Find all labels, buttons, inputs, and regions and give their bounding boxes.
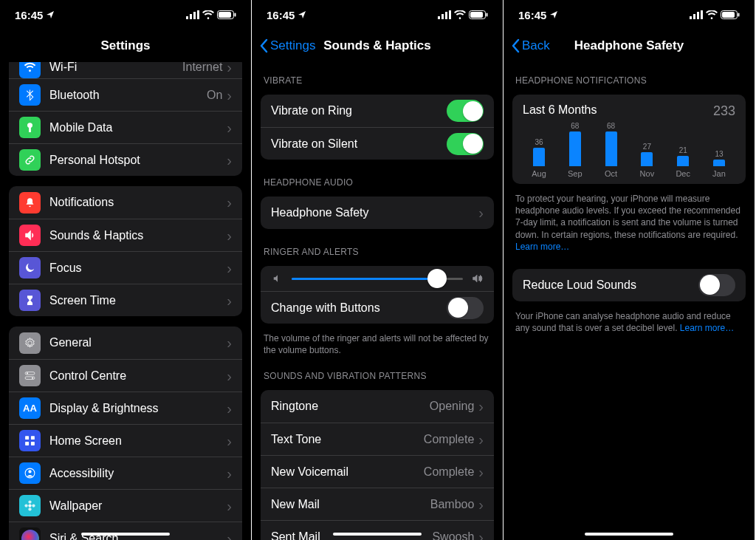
notifications-row[interactable]: Notifications › xyxy=(9,186,242,219)
nav-bar: Settings Sounds & Haptics xyxy=(252,30,503,62)
row-label: Reduce Loud Sounds xyxy=(523,278,698,292)
home-screen-row[interactable]: Home Screen › xyxy=(9,424,242,457)
learn-more-link[interactable]: Learn more… xyxy=(515,242,569,252)
row-label: Sounds & Haptics xyxy=(49,229,227,242)
learn-more-link[interactable]: Learn more… xyxy=(680,323,734,333)
mobile-data-row[interactable]: Mobile Data › xyxy=(9,111,242,143)
vibrate-on-ring-row[interactable]: Vibrate on Ring xyxy=(261,95,494,127)
chart-bar xyxy=(533,148,545,166)
accessibility-row[interactable]: Accessibility › xyxy=(9,457,242,489)
section-header-notifications: HEADPHONE NOTIFICATIONS xyxy=(504,62,755,90)
row-label: Headphone Safety xyxy=(271,206,478,219)
flower-icon xyxy=(19,495,41,516)
svg-point-18 xyxy=(28,500,31,503)
hotspot-row[interactable]: Personal Hotspot › xyxy=(9,143,242,176)
reduce-footer: Your iPhone can analyse headphone audio … xyxy=(504,306,755,335)
chevron-right-icon: › xyxy=(227,62,232,75)
svg-rect-25 xyxy=(438,16,440,19)
row-detail: On xyxy=(207,89,222,102)
row-detail: Complete xyxy=(424,465,474,479)
sound-pattern-row[interactable]: Text Tone Complete › xyxy=(261,423,494,455)
location-icon xyxy=(298,10,306,19)
chevron-right-icon: › xyxy=(227,88,232,103)
chevron-right-icon: › xyxy=(227,434,232,448)
home-indicator[interactable] xyxy=(585,533,673,536)
control-centre-row[interactable]: Control Centre › xyxy=(9,359,242,392)
general-row[interactable]: General › xyxy=(9,327,242,359)
back-label: Settings xyxy=(270,38,315,53)
screentime-row[interactable]: Screen Time › xyxy=(9,284,242,316)
svg-rect-33 xyxy=(693,14,695,19)
svg-point-20 xyxy=(24,504,27,507)
reduce-loud-sounds-row[interactable]: Reduce Loud Sounds xyxy=(512,269,746,301)
display-row[interactable]: AA Display & Brightness › xyxy=(9,392,242,424)
bell-icon xyxy=(19,192,41,213)
vibrate-silent-toggle[interactable] xyxy=(447,133,484,155)
page-title: Headphone Safety xyxy=(574,38,684,53)
row-label: Personal Hotspot xyxy=(49,154,227,167)
section-header-ringer: RINGER AND ALERTS xyxy=(252,233,503,262)
siri-icon xyxy=(19,527,41,540)
svg-rect-6 xyxy=(235,13,236,17)
chevron-right-icon: › xyxy=(227,466,232,481)
headphone-safety-row[interactable]: Headphone Safety › xyxy=(261,196,494,229)
back-label: Back xyxy=(522,38,550,53)
home-indicator[interactable] xyxy=(81,533,170,536)
chart-column: 13 Jan xyxy=(704,150,734,178)
row-label: Focus xyxy=(49,262,227,275)
chart-column: 68 Sep xyxy=(560,122,590,178)
home-indicator[interactable] xyxy=(333,533,422,536)
row-label: Mobile Data xyxy=(49,121,227,134)
ringer-volume-slider[interactable] xyxy=(292,278,463,280)
section-header-vibrate: VIBRATE xyxy=(252,62,503,90)
nav-bar: Back Headphone Safety xyxy=(504,30,755,62)
sound-pattern-row[interactable]: New Mail Bamboo › xyxy=(261,488,494,520)
chevron-right-icon: › xyxy=(227,293,232,308)
chart-total: 233 xyxy=(713,103,735,119)
speaker-high-icon xyxy=(470,273,484,284)
vibrate-ring-toggle[interactable] xyxy=(447,100,484,122)
svg-rect-32 xyxy=(690,16,692,19)
svg-rect-27 xyxy=(445,12,447,19)
chart-label: Nov xyxy=(640,169,655,178)
wifi-icon xyxy=(454,10,466,19)
reduce-loud-toggle[interactable] xyxy=(698,274,735,296)
battery-icon xyxy=(217,10,236,19)
focus-row[interactable]: Focus › xyxy=(9,251,242,284)
change-with-buttons-row[interactable]: Change with Buttons xyxy=(261,291,494,324)
row-label: Accessibility xyxy=(49,467,227,480)
sound-pattern-row[interactable]: Ringtone Opening › xyxy=(261,390,494,423)
row-label: Ringtone xyxy=(271,400,430,413)
sound-pattern-row[interactable]: Sent Mail Swoosh › xyxy=(261,520,494,540)
svg-point-10 xyxy=(32,377,33,379)
siri-row[interactable]: Siri & Search › xyxy=(9,522,242,540)
svg-point-16 xyxy=(28,470,31,473)
chevron-right-icon: › xyxy=(478,497,484,512)
svg-rect-28 xyxy=(449,10,451,19)
svg-rect-0 xyxy=(186,16,188,19)
row-label: Display & Brightness xyxy=(49,402,227,415)
change-buttons-toggle[interactable] xyxy=(447,297,484,319)
battery-icon xyxy=(721,10,740,19)
chart-bar xyxy=(605,131,617,166)
bluetooth-row[interactable]: Bluetooth On › xyxy=(9,78,242,111)
signal-icon xyxy=(690,10,703,19)
vibrate-on-silent-row[interactable]: Vibrate on Silent xyxy=(261,127,494,160)
svg-rect-38 xyxy=(738,13,740,17)
signal-icon xyxy=(186,10,199,19)
back-button[interactable]: Settings xyxy=(259,38,315,53)
chevron-right-icon: › xyxy=(227,261,232,276)
notifications-chart-card[interactable]: Last 6 Months 233 36 Aug68 Sep68 Oct27 N… xyxy=(512,95,746,184)
svg-rect-11 xyxy=(25,436,29,440)
back-button[interactable]: Back xyxy=(511,38,550,53)
wifi-row[interactable]: Wi-Fi Internet › xyxy=(9,62,242,78)
chart-label: Dec xyxy=(676,169,690,178)
location-icon xyxy=(46,10,55,19)
chevron-right-icon: › xyxy=(478,205,484,220)
svg-rect-2 xyxy=(193,12,196,19)
sounds-row[interactable]: Sounds & Haptics › xyxy=(9,219,242,251)
wallpaper-row[interactable]: Wallpaper › xyxy=(9,489,242,522)
chart-title: Last 6 Months xyxy=(523,103,597,119)
sound-pattern-row[interactable]: New Voicemail Complete › xyxy=(261,455,494,488)
group-headphone-audio: Headphone Safety › xyxy=(261,196,494,229)
